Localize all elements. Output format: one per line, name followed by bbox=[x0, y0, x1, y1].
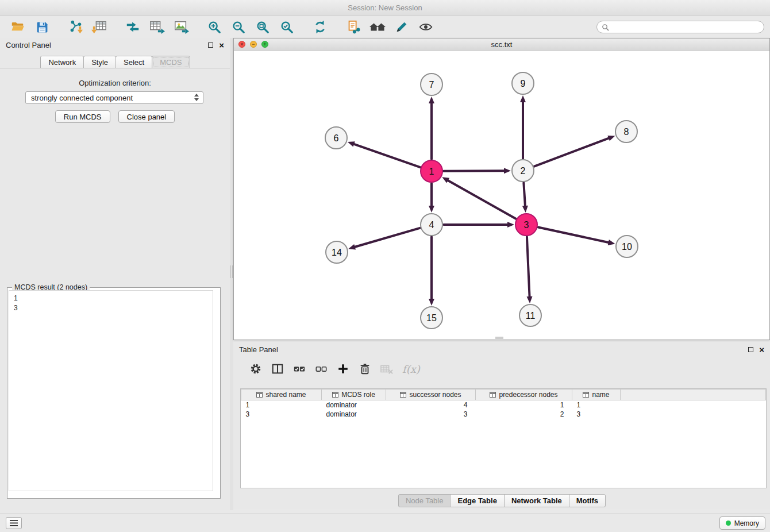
column-label: predecessor nodes bbox=[499, 391, 557, 399]
tab-edge-table[interactable]: Edge Table bbox=[450, 494, 504, 507]
tab-network[interactable]: Network bbox=[40, 56, 84, 68]
graph-edge-3-11[interactable] bbox=[527, 237, 530, 296]
tab-motifs[interactable]: Motifs bbox=[569, 494, 606, 507]
graph-edge-2-3[interactable] bbox=[523, 183, 525, 206]
zoom-in-icon[interactable] bbox=[205, 18, 224, 36]
table-row[interactable]: 3dominator323 bbox=[241, 410, 766, 419]
show-columns-icon[interactable] bbox=[269, 360, 286, 377]
home-icon[interactable] bbox=[368, 18, 387, 36]
export-image-glyph bbox=[173, 20, 189, 34]
tab-select[interactable]: Select bbox=[116, 56, 152, 68]
node-table[interactable]: shared name MCDS role successor nodes pr… bbox=[240, 388, 767, 488]
status-menu-button[interactable] bbox=[6, 517, 22, 529]
graph-edge-3-10[interactable] bbox=[538, 227, 609, 242]
column-header-successor-nodes[interactable]: successor nodes bbox=[386, 390, 476, 400]
deselect-all-icon[interactable] bbox=[313, 360, 330, 377]
table-cell-mcds_role: dominator bbox=[322, 410, 386, 419]
import-table-icon[interactable] bbox=[90, 18, 109, 36]
hscroll-handle[interactable] bbox=[495, 337, 503, 339]
control-panel-header: Control Panel × bbox=[0, 38, 230, 52]
show-columns-glyph bbox=[271, 363, 284, 375]
network-window-title: scc.txt bbox=[234, 40, 769, 49]
network-graph[interactable]: 1234678910111415 bbox=[234, 51, 769, 340]
export-network-icon[interactable] bbox=[124, 18, 142, 36]
open-session-icon[interactable] bbox=[9, 18, 27, 36]
zoom-out-icon[interactable] bbox=[229, 18, 248, 36]
tab-node-table[interactable]: Node Table bbox=[398, 494, 451, 507]
table-cell-filler bbox=[621, 400, 766, 410]
memory-status-icon bbox=[726, 521, 731, 526]
zoom-selected-icon[interactable] bbox=[278, 18, 296, 36]
graph-node-label-2: 2 bbox=[521, 166, 526, 176]
table-cell-successor_nodes: 4 bbox=[386, 400, 476, 410]
memory-button[interactable]: Memory bbox=[719, 516, 765, 530]
delete-entry-glyph bbox=[359, 363, 371, 375]
column-header-mcds-role[interactable]: MCDS role bbox=[322, 390, 386, 400]
graph-edge-3-1[interactable] bbox=[448, 180, 516, 218]
table-cell-mcds_role: dominator bbox=[322, 400, 386, 410]
save-session-icon[interactable] bbox=[33, 18, 51, 36]
app-titlebar[interactable]: Session: New Session bbox=[0, 0, 770, 16]
zoom-fit-icon[interactable] bbox=[253, 18, 272, 36]
export-image-icon[interactable] bbox=[172, 18, 190, 36]
tab-mcds[interactable]: MCDS bbox=[152, 56, 190, 68]
first-neighbors-icon[interactable] bbox=[344, 18, 363, 36]
export-table-icon[interactable] bbox=[148, 18, 166, 36]
export-network-glyph bbox=[125, 20, 140, 34]
search-input[interactable] bbox=[613, 23, 759, 32]
show-hide-eye-icon[interactable] bbox=[417, 18, 435, 36]
search-box[interactable] bbox=[596, 21, 764, 33]
float-panel-icon[interactable] bbox=[208, 43, 213, 48]
graph-node-label-3: 3 bbox=[524, 220, 529, 230]
optimization-dropdown[interactable]: strongly connected component bbox=[25, 91, 203, 104]
table-panel-title: Table Panel bbox=[239, 345, 278, 354]
graph-node-label-1: 1 bbox=[429, 167, 434, 176]
memory-label: Memory bbox=[734, 519, 759, 527]
column-header-shared-name[interactable]: shared name bbox=[241, 390, 322, 400]
column-header-predecessor-nodes[interactable]: predecessor nodes bbox=[476, 390, 572, 400]
settings-gear-icon[interactable] bbox=[247, 360, 264, 377]
style-pencil-glyph bbox=[394, 20, 409, 34]
show-hide-eye-glyph bbox=[418, 20, 433, 34]
settings-gear-glyph bbox=[249, 363, 262, 375]
tab-network-table[interactable]: Network Table bbox=[504, 494, 569, 507]
float-table-panel-icon[interactable] bbox=[748, 347, 753, 352]
graph-edge-1-6[interactable] bbox=[354, 144, 420, 167]
mcds-result-text: 1 3 bbox=[9, 291, 213, 316]
network-window-titlebar[interactable]: × − + scc.txt bbox=[234, 38, 769, 51]
tab-style[interactable]: Style bbox=[83, 56, 116, 68]
run-mcds-button[interactable]: Run MCDS bbox=[55, 110, 110, 123]
table-panel-header: Table Panel × bbox=[233, 342, 770, 357]
control-panel-title: Control Panel bbox=[6, 41, 51, 49]
graph-edge-2-8[interactable] bbox=[534, 138, 609, 167]
mcds-result-area[interactable]: 1 3 bbox=[9, 290, 213, 491]
column-header-filler bbox=[621, 390, 766, 400]
splitter-grip bbox=[230, 265, 233, 278]
close-table-panel-icon[interactable]: × bbox=[759, 347, 764, 353]
table-panel-tabs: Node Table Edge Table Network Table Moti… bbox=[233, 494, 770, 507]
close-panel-button[interactable]: Close panel bbox=[118, 110, 175, 123]
control-panel-tabs: Network Style Select MCDS bbox=[0, 56, 230, 68]
refresh-view-icon[interactable] bbox=[311, 18, 329, 36]
graph-node-label-9: 9 bbox=[521, 79, 526, 88]
hamburger-icon bbox=[10, 520, 18, 526]
style-pencil-icon[interactable] bbox=[392, 18, 411, 36]
refresh-view-glyph bbox=[313, 20, 328, 34]
select-all-icon[interactable] bbox=[291, 360, 308, 377]
add-entry-icon[interactable] bbox=[334, 360, 352, 377]
graph-arrowhead bbox=[608, 240, 615, 245]
graph-node-label-10: 10 bbox=[622, 242, 632, 252]
network-canvas[interactable]: 1234678910111415 bbox=[234, 51, 769, 340]
close-panel-icon[interactable]: × bbox=[219, 43, 224, 48]
column-header-name[interactable]: name bbox=[572, 390, 621, 400]
graph-arrowhead bbox=[507, 222, 514, 228]
graph-edge-1-2[interactable] bbox=[444, 171, 504, 171]
select-all-glyph bbox=[293, 363, 306, 375]
graph-edge-4-14[interactable] bbox=[355, 228, 420, 247]
graph-node-label-11: 11 bbox=[526, 311, 536, 321]
table-panel: Table Panel × bbox=[233, 342, 770, 509]
table-row[interactable]: 1dominator411 bbox=[241, 400, 766, 410]
delete-entry-icon[interactable] bbox=[356, 360, 374, 377]
control-panel: Control Panel × Network Style Select MCD… bbox=[0, 38, 230, 510]
import-network-icon[interactable] bbox=[66, 18, 84, 36]
